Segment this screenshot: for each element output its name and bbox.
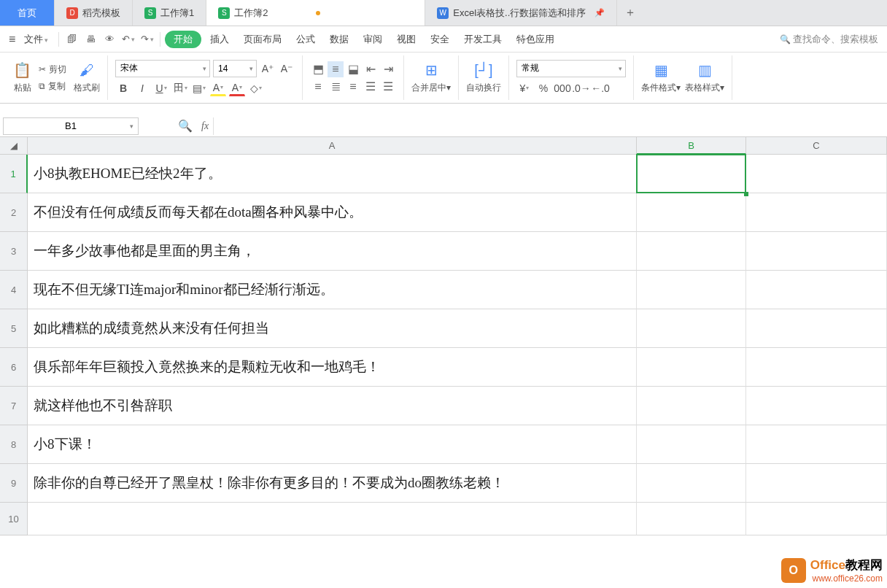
merge-center-button[interactable]: ⊞ 合并居中▾ (411, 61, 451, 94)
print-icon[interactable]: 🖶 (82, 31, 98, 47)
cell-B10[interactable] (637, 503, 746, 535)
cell-A2[interactable]: 不但没有任何成绩反而每天都在dota圈各种风暴中心。 (28, 193, 637, 232)
paste-button[interactable]: 📋 粘贴 (13, 61, 31, 94)
align-left-icon[interactable]: ≡ (310, 79, 326, 95)
menu-layout[interactable]: 页面布局 (238, 30, 287, 49)
fx-icon[interactable]: fx (201, 120, 209, 132)
row-header-3[interactable]: 3 (0, 232, 28, 271)
cell-C9[interactable] (746, 464, 887, 503)
menu-review[interactable]: 审阅 (357, 30, 388, 49)
indent-decrease-icon[interactable]: ⇤ (363, 61, 379, 77)
search-box[interactable]: 查找命令、搜索模板 (780, 33, 878, 46)
cell-B1[interactable] (637, 155, 746, 193)
tab-template[interactable]: D 稻壳模板 (55, 0, 133, 26)
border-button[interactable]: 田 (172, 80, 188, 96)
indent-increase-icon[interactable]: ⇥ (380, 61, 396, 77)
col-header-C[interactable]: C (746, 137, 887, 155)
font-size-select[interactable]: 14 (213, 60, 257, 77)
menu-dev[interactable]: 开发工具 (458, 30, 508, 49)
preview-icon[interactable]: 👁 (101, 31, 117, 47)
menu-formula[interactable]: 公式 (290, 30, 321, 49)
justify-icon[interactable]: ☰ (363, 79, 379, 95)
col-header-A[interactable]: A (28, 137, 637, 155)
row-header-2[interactable]: 2 (0, 193, 28, 232)
cell-B2[interactable] (637, 193, 746, 232)
row-header-8[interactable]: 8 (0, 425, 28, 464)
conditional-format-button[interactable]: ▦ 条件格式▾ (641, 61, 681, 94)
cell-C3[interactable] (746, 232, 887, 271)
fill-color-button[interactable]: ▤ (191, 80, 207, 96)
new-tab-button[interactable]: ＋ (617, 0, 643, 26)
cell-A5[interactable]: 如此糟糕的成绩竟然从来没有任何担当 (28, 309, 637, 348)
cell-C1[interactable] (746, 155, 887, 193)
wrap-text-button[interactable]: [┘] 自动换行 (466, 62, 501, 94)
highlight-button[interactable]: A (210, 80, 226, 96)
cell-A7[interactable]: 就这样他也不引咎辞职 (28, 387, 637, 425)
menu-view[interactable]: 视图 (391, 30, 422, 49)
menu-insert[interactable]: 插入 (204, 30, 235, 49)
cell-A9[interactable]: 除非你的自尊已经开了黑皇杖！除非你有更多目的！不要成为do圈教练老赖！ (28, 464, 637, 503)
table-style-button[interactable]: ▥ 表格样式▾ (685, 61, 724, 94)
row-header-10[interactable]: 10 (0, 503, 28, 535)
undo-icon[interactable]: ↶ (120, 31, 136, 47)
italic-button[interactable]: I (134, 80, 150, 96)
font-color-button[interactable]: A (229, 80, 245, 96)
font-name-select[interactable]: 宋体 (115, 60, 210, 77)
increase-decimal-button[interactable]: .0→ (573, 80, 589, 96)
tab-workbook2[interactable]: S 工作簿2 (206, 0, 425, 26)
align-bottom-icon[interactable]: ⬓ (345, 61, 361, 77)
row-header-4[interactable]: 4 (0, 271, 28, 309)
row-header-1[interactable]: 1 (0, 155, 28, 193)
menu-security[interactable]: 安全 (425, 30, 455, 49)
redo-icon[interactable]: ↷ (139, 31, 155, 47)
tab-workbook1[interactable]: S 工作簿1 (133, 0, 206, 26)
cell-A8[interactable]: 小8下课！ (28, 425, 637, 464)
hamburger-icon[interactable]: ≡ (9, 33, 15, 46)
row-header-5[interactable]: 5 (0, 309, 28, 348)
cell-B8[interactable] (637, 425, 746, 464)
row-header-6[interactable]: 6 (0, 348, 28, 387)
name-box[interactable]: B1 (3, 117, 139, 135)
menu-data[interactable]: 数据 (324, 30, 355, 49)
cell-A3[interactable]: 一年多少故事他都是里面的男主角， (28, 232, 637, 271)
copy-button[interactable]: ⧉复制 (36, 79, 69, 94)
cell-B9[interactable] (637, 464, 746, 503)
number-format-select[interactable]: 常规 (516, 60, 626, 77)
cell-C5[interactable] (746, 309, 887, 348)
cell-B4[interactable] (637, 271, 746, 309)
clear-format-button[interactable]: ◇ (248, 80, 264, 96)
col-header-B[interactable]: B (637, 137, 746, 155)
select-all-corner[interactable]: ◢ (0, 137, 28, 155)
row-header-9[interactable]: 9 (0, 464, 28, 503)
align-center-icon[interactable]: ≣ (328, 79, 344, 95)
cell-C10[interactable] (746, 503, 887, 535)
currency-button[interactable]: ¥ (516, 80, 532, 96)
menu-special[interactable]: 特色应用 (511, 30, 560, 49)
cell-B7[interactable] (637, 387, 746, 425)
cell-A4[interactable]: 现在不但无缘TI连major和minor都已经渐行渐远。 (28, 271, 637, 309)
percent-button[interactable]: % (535, 80, 551, 96)
cell-C4[interactable] (746, 271, 887, 309)
cell-A1[interactable]: 小8执教EHOME已经快2年了。 (28, 155, 637, 193)
cell-C6[interactable] (746, 348, 887, 387)
underline-button[interactable]: U (153, 80, 169, 96)
format-painter-button[interactable]: 🖌 格式刷 (74, 62, 100, 94)
align-middle-icon[interactable]: ≡ (328, 61, 344, 77)
cut-button[interactable]: ✂剪切 (36, 62, 69, 77)
save-icon[interactable]: 🗐 (63, 31, 80, 47)
align-top-icon[interactable]: ⬒ (310, 61, 326, 77)
tab-home[interactable]: 首页 (0, 0, 55, 26)
increase-font-icon[interactable]: A⁺ (260, 61, 276, 77)
menu-start[interactable]: 开始 (165, 31, 201, 48)
selection-handle[interactable] (744, 192, 748, 196)
tab-excel-doc[interactable]: W Excel表格技..行数据筛选和排序 📌 (425, 0, 617, 26)
cell-C7[interactable] (746, 387, 887, 425)
bold-button[interactable]: B (115, 80, 131, 96)
cell-A10[interactable] (28, 503, 637, 535)
cell-A6[interactable]: 俱乐部年年巨额投入竟然换来的是颗粒无收和一地鸡毛！ (28, 348, 637, 387)
cell-B6[interactable] (637, 348, 746, 387)
formula-input[interactable] (213, 117, 887, 135)
cell-B3[interactable] (637, 232, 746, 271)
distribute-icon[interactable]: ☰ (380, 79, 396, 95)
cell-C8[interactable] (746, 425, 887, 464)
